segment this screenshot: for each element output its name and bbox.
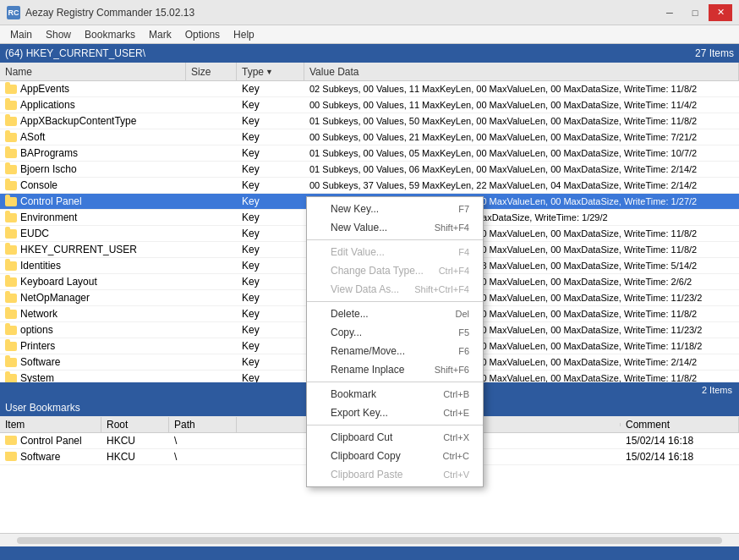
context-menu-item-delete[interactable]: Delete... Del [307, 305, 483, 323]
ctx-label: Clipboard Copy [331, 450, 401, 462]
context-menu-separator [307, 425, 483, 425]
cell-name: System [0, 371, 186, 382]
cell-type: Key [237, 210, 304, 225]
context-menu-item-copy[interactable]: Copy... F5 [307, 323, 483, 342]
cell-data: 01 Subkeys, 00 Values, 05 MaxKeyLen, 00 … [304, 145, 739, 161]
context-menu-separator [307, 239, 483, 240]
table-row[interactable]: BAPrograms Key 01 Subkeys, 00 Values, 05… [0, 145, 739, 162]
window-title: Aezay Registry Commander 15.02.13 [25, 7, 194, 19]
horizontal-scrollbar[interactable] [0, 533, 739, 546]
close-button[interactable]: ✕ [709, 4, 732, 21]
cell-data: 00 Subkeys, 00 Values, 11 MaxKeyLen, 00 … [304, 97, 739, 113]
table-header: Name Size Type ▼ Value Data [0, 63, 739, 81]
table-row[interactable]: ASoft Key 00 Subkeys, 00 Values, 21 MaxK… [0, 129, 739, 145]
bookmark-root: HKCU [101, 450, 169, 464]
context-menu-item-new-key[interactable]: New Key... F7 [307, 200, 483, 218]
ctx-shortcut: F5 [458, 327, 469, 338]
minimize-button[interactable]: ─ [658, 4, 682, 21]
app-icon: RC [7, 6, 20, 19]
cell-data: 02 Subkeys, 00 Values, 11 MaxKeyLen, 00 … [304, 81, 739, 96]
cell-size [186, 194, 237, 209]
ctx-label: Clipboard Paste [331, 469, 402, 480]
ctx-shortcut: Ctrl+B [443, 389, 469, 399]
menu-mark[interactable]: Mark [142, 27, 178, 42]
ctx-label: Edit Value... [331, 246, 385, 258]
context-menu-item-clipboard-cut[interactable]: Clipboard Cut Ctrl+X [307, 428, 483, 447]
cell-name: Control Panel [0, 194, 186, 209]
ctx-shortcut: Del [455, 309, 469, 319]
folder-icon [5, 342, 17, 351]
cell-size [186, 242, 237, 257]
menu-bookmarks[interactable]: Bookmarks [78, 27, 142, 42]
context-menu-item-export-key[interactable]: Export Key... Ctrl+E [307, 404, 483, 422]
cell-type: Key [237, 290, 304, 305]
context-menu-item-edit-value: Edit Value... F4 [307, 243, 483, 261]
ctx-shortcut: Shift+F6 [435, 365, 469, 375]
ctx-shortcut: Ctrl+E [443, 408, 469, 418]
cell-name: Console [0, 178, 186, 193]
context-menu-item-rename-inplace[interactable]: Rename Inplace Shift+F6 [307, 360, 483, 379]
menu-bar: Main Show Bookmarks Mark Options Help [0, 25, 739, 44]
cell-data: 00 Subkeys, 00 Values, 21 MaxKeyLen, 00 … [304, 129, 739, 145]
ctx-shortcut: Ctrl+V [443, 469, 469, 480]
cell-size [186, 306, 237, 321]
cell-type: Key [237, 194, 304, 209]
menu-show[interactable]: Show [39, 27, 78, 42]
context-menu: New Key... F7 New Value... Shift+F4 Edit… [306, 196, 484, 487]
context-menu-item-change-data-type: Change Data Type... Ctrl+F4 [307, 261, 483, 280]
bookmark-col-header: Path [169, 417, 237, 432]
table-row[interactable]: Bjoern Ischo Key 01 Subkeys, 00 Values, … [0, 162, 739, 178]
ctx-label: New Value... [331, 222, 387, 233]
bookmark-col-header: Root [101, 417, 169, 432]
cell-size [186, 258, 237, 273]
bookmark-root: HKCU [101, 434, 169, 447]
cell-type: Key [237, 354, 304, 370]
cell-name: Environment [0, 210, 186, 225]
col-header-size: Size [186, 63, 237, 80]
bookmark-path: \ [169, 450, 237, 464]
cell-name: Software [0, 354, 186, 370]
table-row[interactable]: Applications Key 00 Subkeys, 00 Values, … [0, 97, 739, 113]
cell-size [186, 113, 237, 129]
cell-name: Applications [0, 97, 186, 113]
ctx-label: Delete... [331, 308, 369, 320]
cell-size [186, 274, 237, 289]
table-row[interactable]: Console Key 00 Subkeys, 37 Values, 59 Ma… [0, 178, 739, 194]
ctx-shortcut: Shift+F4 [435, 222, 469, 233]
menu-options[interactable]: Options [178, 27, 227, 42]
table-row[interactable]: AppEvents Key 02 Subkeys, 00 Values, 11 … [0, 81, 739, 97]
context-menu-item-bookmark[interactable]: Bookmark Ctrl+B [307, 385, 483, 404]
cell-data: 01 Subkeys, 00 Values, 50 MaxKeyLen, 00 … [304, 113, 739, 129]
cell-type: Key [237, 226, 304, 241]
context-menu-item-clipboard-copy[interactable]: Clipboard Copy Ctrl+C [307, 447, 483, 465]
cell-type: Key [237, 81, 304, 96]
cell-name: AppEvents [0, 81, 186, 96]
cell-size [186, 322, 237, 338]
context-menu-item-rename-move[interactable]: Rename/Move... F6 [307, 342, 483, 360]
cell-name: BAPrograms [0, 145, 186, 161]
scrollbar-track[interactable] [17, 537, 722, 544]
folder-icon [5, 310, 17, 319]
table-row[interactable]: AppXBackupContentType Key 01 Subkeys, 00… [0, 113, 739, 129]
menu-help[interactable]: Help [227, 27, 261, 42]
folder-icon [5, 117, 17, 126]
cell-size [186, 145, 237, 161]
folder-icon [5, 165, 17, 174]
cell-name: Identities [0, 258, 186, 273]
folder-icon [5, 149, 17, 158]
context-menu-item-new-value[interactable]: New Value... Shift+F4 [307, 218, 483, 237]
ctx-label: Export Key... [331, 407, 388, 419]
menu-main[interactable]: Main [3, 27, 39, 42]
bookmark-col-header: Item [0, 417, 101, 432]
cell-size [186, 290, 237, 305]
cell-type: Key [237, 274, 304, 289]
cell-size [186, 210, 237, 225]
cell-name: Bjoern Ischo [0, 162, 186, 177]
cell-type: Key [237, 97, 304, 113]
cell-type: Key [237, 113, 304, 129]
maximize-button[interactable]: □ [683, 4, 707, 21]
bookmarks-item-count: 2 Items [702, 385, 732, 395]
folder-icon [5, 374, 17, 383]
cell-name: NetOpManager [0, 290, 186, 305]
bottom-status-bar [0, 546, 739, 560]
